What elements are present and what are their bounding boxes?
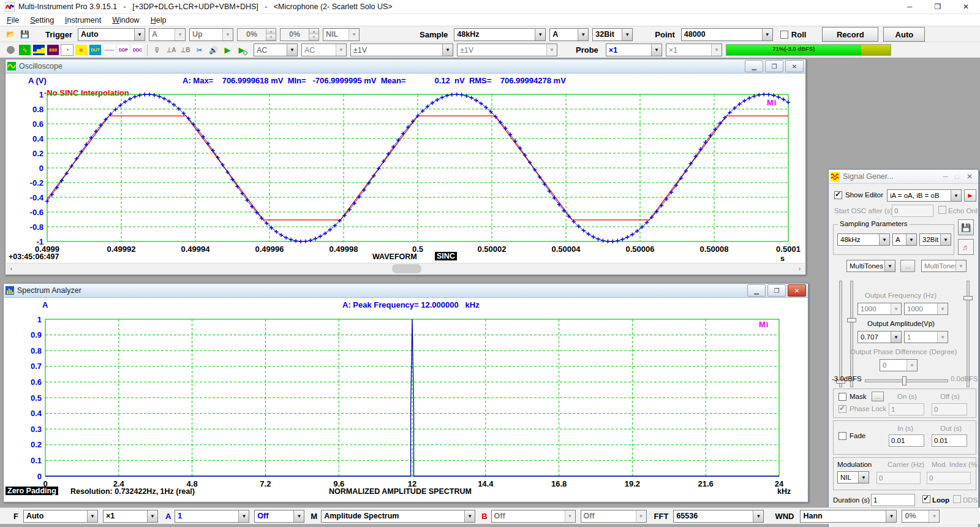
siggen-titlebar[interactable]: Signal Gener... ─ □ ✕ (829, 170, 978, 184)
input-device-icon[interactable]: 🎙 (150, 44, 164, 56)
waveform-a-select[interactable]: MultiTones▼ (846, 260, 895, 272)
oscilloscope-icon[interactable]: ∿ (18, 44, 32, 56)
scroll-right-icon[interactable]: › (794, 264, 805, 274)
siggen-save-button[interactable]: 💾 (958, 219, 974, 235)
signal-generator-icon[interactable]: ≈ (74, 44, 88, 56)
oscilloscope-titlebar[interactable]: Oscilloscope ▁ ❐ ✕ (6, 59, 805, 74)
fade-group: In (s) Out (s) Fade 0.01 0.01 (833, 420, 976, 455)
siggen-bits-select[interactable]: 32Bit▼ (919, 233, 951, 246)
fft-size-select[interactable]: 65536▼ (673, 510, 764, 523)
scroll-left-icon[interactable]: ‹ (6, 264, 17, 274)
bit-depth-select[interactable]: 32Bit▼ (592, 28, 633, 41)
probe-calibration-icon[interactable]: ✂ (192, 44, 206, 56)
mask-checkbox[interactable] (839, 393, 846, 401)
multimeter-icon[interactable]: 888 (46, 44, 60, 56)
close-button[interactable]: ✕ (952, 0, 980, 13)
svg-text:16.8: 16.8 (551, 479, 567, 488)
scrollbar-thumb[interactable] (392, 264, 421, 273)
fade-out-field[interactable]: 0.01 (932, 434, 967, 447)
ground-a-icon[interactable]: ⊥A (164, 44, 178, 56)
amplitude-slider-a-track[interactable] (839, 281, 842, 387)
dbfs-slider-track[interactable] (865, 379, 948, 382)
roll-checkbox[interactable] (780, 31, 788, 39)
probe-a-select[interactable]: ×1▼ (606, 44, 662, 56)
fade-in-field[interactable]: 0.01 (889, 434, 924, 447)
menu-help[interactable]: Help (145, 16, 172, 25)
maximize-button[interactable]: □ (955, 173, 959, 180)
window-fn-select[interactable]: Hann▼ (800, 510, 897, 523)
mask-group: Mask ... On (s) Off (s) Phase Lock 1 0 (833, 389, 976, 418)
run-icon[interactable]: ▶ (221, 44, 235, 56)
zoom-select[interactable]: ×1▼ (103, 510, 158, 523)
maximize-button[interactable]: ❐ (924, 0, 952, 13)
spectrum-analyzer-icon[interactable]: ▂▅▇ (32, 44, 46, 56)
menu-setting[interactable]: Setting (24, 16, 59, 25)
zero-padding-badge[interactable]: Zero Padding (6, 487, 58, 495)
modulation-select[interactable]: NIL▼ (837, 471, 869, 483)
chevron-down-icon: ▼ (651, 44, 662, 56)
close-button[interactable]: ✕ (785, 60, 804, 72)
amplitude-a-select[interactable]: 0.707▼ (858, 331, 902, 343)
sound-output-icon[interactable]: 🔊 (206, 44, 221, 56)
restore-button[interactable]: ❐ (767, 284, 786, 297)
siggen-play-button[interactable]: ▶ (964, 189, 976, 202)
ddc-icon[interactable]: DDC (130, 44, 145, 56)
menu-instrument[interactable]: Instrument (59, 16, 107, 25)
duration-field[interactable]: 1 (871, 494, 915, 506)
persist-a-select[interactable]: Off▼ (254, 510, 304, 523)
fade-in-label: In (s) (897, 425, 913, 432)
derived-datapoints-icon[interactable]: 〰〰 (102, 44, 116, 56)
open-file-icon[interactable]: 📂 (4, 28, 18, 41)
siggen-channel-select[interactable]: A▼ (892, 233, 917, 246)
spec-channel-label: A (42, 300, 48, 309)
trigger-delay-spinner[interactable]: 0%▲▼ (280, 28, 319, 41)
close-button[interactable]: ✕ (788, 284, 806, 297)
osc-hscrollbar[interactable]: ‹ › (6, 263, 805, 274)
routing-select[interactable]: iA = oA, iB = oB▼ (887, 189, 962, 202)
ddp-viewer-icon[interactable]: DDP (116, 44, 130, 56)
close-button[interactable]: ✕ (967, 172, 973, 181)
range-a-select[interactable]: ±1V▼ (350, 44, 453, 56)
freq-axis-select[interactable]: Auto▼ (23, 510, 98, 523)
slider-thumb[interactable] (847, 318, 856, 322)
record-length-select[interactable]: 48000▼ (681, 28, 773, 41)
minimize-button[interactable]: ─ (895, 0, 924, 13)
minimize-button[interactable]: ▁ (745, 60, 763, 72)
trigger-toolbar: 📂 💾 Trigger Auto▼ A▼ Up▼ 0%▲▼ 0%▲▼ NIL▼ … (0, 26, 980, 42)
hold-run-icon[interactable] (4, 44, 18, 56)
device-test-plan-icon[interactable]: ◔ (60, 44, 74, 56)
run-loop-icon[interactable]: ▶ (235, 44, 249, 56)
coupling-a-select[interactable]: AC▼ (254, 44, 298, 56)
svg-text:0.1: 0.1 (31, 456, 42, 465)
gain-a-select[interactable]: 1▼ (175, 510, 249, 523)
sampling-rate-select[interactable]: 48kHz▼ (454, 28, 546, 41)
restore-button[interactable]: ❐ (765, 60, 783, 72)
amplitude-slider-b-track[interactable] (967, 281, 970, 387)
osc-sinc-badge[interactable]: SINC (435, 252, 457, 260)
phase-lock-label: Phase Lock (850, 405, 886, 412)
chevron-down-icon: ▼ (565, 510, 575, 522)
fade-checkbox[interactable] (839, 432, 846, 440)
minimize-button[interactable]: ─ (943, 173, 948, 180)
multitones-edit-button[interactable]: ... (900, 260, 915, 272)
minimize-button[interactable]: ▁ (747, 284, 766, 297)
save-icon[interactable]: 💾 (18, 28, 32, 41)
sampling-channel-select[interactable]: A▼ (549, 28, 589, 41)
record-button[interactable]: Record (822, 27, 878, 42)
spectrum-titlebar[interactable]: Spectrum Analyzer ▁ ❐ ✕ (4, 284, 808, 298)
slider-thumb[interactable] (902, 376, 907, 385)
ground-b-icon[interactable]: ⊥B (178, 44, 192, 56)
amplitude-slider-track[interactable] (850, 281, 853, 387)
loop-checkbox[interactable] (922, 495, 930, 503)
auto-button[interactable]: Auto (883, 27, 925, 42)
trigger-mode-select[interactable]: Auto▼ (78, 28, 145, 41)
menu-file[interactable]: File (1, 16, 24, 25)
show-editor-checkbox[interactable] (834, 191, 842, 199)
overlap-select: 0%▼ (902, 510, 940, 523)
dut-icon[interactable]: DUT (88, 44, 102, 56)
menu-window[interactable]: Window (107, 16, 145, 25)
siggen-rate-select[interactable]: 48kHz▼ (837, 233, 890, 246)
mode-select[interactable]: Amplitude Spectrum▼ (321, 510, 475, 523)
trigger-level-spinner[interactable]: 0%▲▼ (237, 28, 276, 41)
slider-thumb[interactable] (963, 296, 973, 300)
